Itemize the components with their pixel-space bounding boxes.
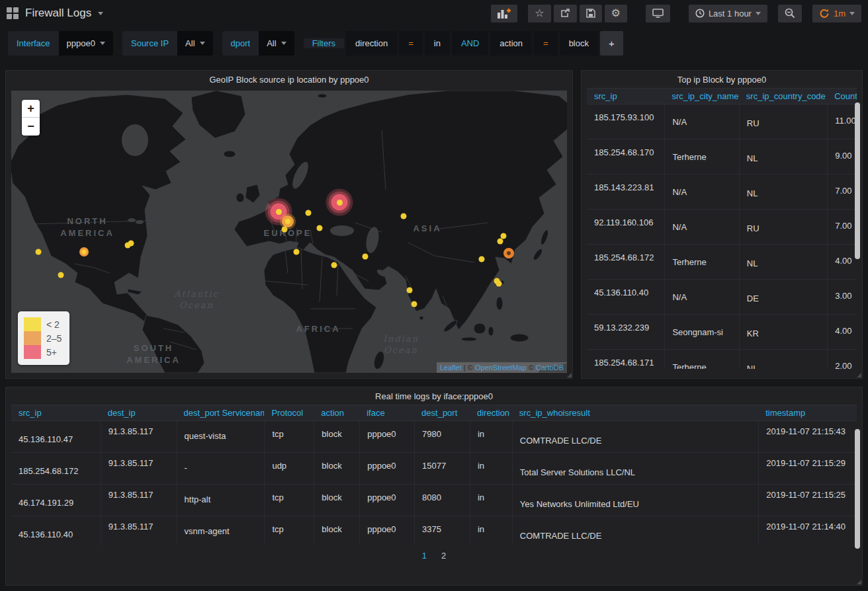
column-header[interactable]: src_ip_city_name	[664, 89, 738, 104]
map-marker-dot[interactable]	[317, 225, 323, 231]
scrollbar[interactable]	[855, 102, 860, 259]
map-marker-dot[interactable]	[363, 254, 369, 260]
filter-segment[interactable]: in	[425, 31, 450, 56]
table-row: 46.174.191.2991.3.85.117http-alttcpblock…	[11, 485, 857, 516]
table-cell: 185.254.68.172	[11, 453, 101, 484]
panel-title[interactable]: Top ip Block by pppoe0	[582, 71, 862, 88]
map-marker-dot[interactable]	[128, 241, 134, 247]
table-row: 45.136.110.40N/ADE3.00	[587, 280, 857, 315]
column-header[interactable]: dest_ip	[101, 405, 177, 420]
filter-segment[interactable]: direction	[346, 31, 397, 56]
map-marker-dot[interactable]	[479, 256, 485, 262]
column-header[interactable]: src_ip_whoisresult	[512, 405, 758, 420]
dashboard-title[interactable]: Firewall Logs	[25, 7, 91, 20]
map-marker-dot[interactable]	[58, 272, 64, 278]
panel-resize-handle[interactable]	[857, 580, 861, 584]
column-header[interactable]: src_ip	[587, 89, 664, 104]
table-cell: tcp	[264, 421, 314, 452]
column-header[interactable]: Count	[827, 89, 857, 104]
page-button[interactable]: 1	[422, 551, 427, 561]
settings-button[interactable]: ⚙	[605, 5, 627, 22]
map-marker-dot[interactable]	[496, 281, 502, 287]
map-attribution: Leaflet | © OpenStreetMap © CartoDB	[437, 362, 567, 373]
map-marker-dot[interactable]	[401, 214, 407, 219]
chevron-down-icon[interactable]	[98, 12, 103, 15]
save-button[interactable]	[580, 5, 602, 22]
time-range-label: Last 1 hour	[709, 9, 752, 19]
table-cell: NL	[739, 245, 827, 279]
cartodb-link[interactable]: CartoDB	[536, 364, 564, 372]
share-button[interactable]	[554, 5, 577, 22]
map-marker-dot[interactable]	[306, 210, 312, 216]
table-cell: udp	[264, 453, 314, 484]
time-range-picker[interactable]: Last 1 hour	[689, 5, 767, 22]
leaflet-link[interactable]: Leaflet	[440, 364, 462, 372]
add-filter-button[interactable]: +	[600, 31, 623, 56]
tv-mode-button[interactable]	[646, 5, 670, 22]
table-cell: 91.3.85.117	[101, 453, 177, 484]
panel-resize-handle[interactable]	[857, 373, 861, 377]
variable-dport: dport All	[222, 31, 294, 56]
filter-segment[interactable]: block	[560, 31, 598, 56]
map-marker-dot-orange[interactable]	[79, 247, 89, 256]
map-marker-dot[interactable]	[282, 227, 288, 233]
column-header[interactable]: timestamp	[758, 405, 857, 420]
openstreetmap-link[interactable]: OpenStreetMap	[475, 364, 527, 372]
add-panel-button[interactable]	[491, 5, 517, 22]
geoip-map-panel: GeoIP Block source ip location by pppoe0	[5, 70, 573, 379]
column-header[interactable]: dest_port Servicename	[177, 405, 265, 420]
table-cell: 45.136.110.40	[11, 516, 101, 545]
world-map[interactable]: NORTH AMERICAEUROPEASIAAFRICASOUTH AMERI…	[11, 91, 567, 373]
map-marker-dot[interactable]	[407, 288, 413, 294]
filters-label: Filters	[304, 38, 344, 48]
column-header[interactable]: Protocol	[264, 405, 314, 420]
table-row: 185.175.93.100N/ARU11.00	[587, 104, 857, 139]
panel-resize-handle[interactable]	[567, 373, 572, 377]
variable-source-ip: Source IP All	[122, 31, 213, 56]
filter-segment[interactable]: =	[534, 31, 558, 56]
top-ip-block-panel: Top ip Block by pppoe0 src_ipsrc_ip_city…	[581, 70, 863, 379]
column-header[interactable]: src_ip	[11, 405, 101, 420]
zoom-out-button[interactable]: −	[22, 118, 40, 136]
dashboard-grid-icon[interactable]	[7, 7, 19, 19]
map-marker-dot[interactable]	[294, 249, 300, 255]
panel-title[interactable]: Real time logs by iface:pppoe0	[6, 387, 862, 405]
map-marker-dot[interactable]	[412, 301, 417, 307]
table-cell: Total Server Solutions LLC/NL	[512, 453, 758, 484]
star-button[interactable]: ☆	[528, 5, 550, 22]
table-cell: 45.136.110.40	[587, 280, 664, 314]
refresh-interval-label[interactable]: 1m	[834, 9, 846, 19]
clock-icon	[695, 9, 705, 18]
refresh-button[interactable]: 1m	[812, 5, 861, 22]
adhoc-filters: Filters direction=inANDaction=block +	[304, 31, 623, 56]
table-cell: 185.175.93.100	[587, 104, 664, 139]
column-header[interactable]: src_ip_country_code	[739, 89, 827, 104]
filter-segment[interactable]: =	[399, 31, 423, 56]
panel-title[interactable]: GeoIP Block source ip location by pppoe0	[6, 71, 572, 88]
dport-select[interactable]: All	[259, 31, 294, 56]
table-cell: vsnm-agent	[177, 516, 265, 545]
column-header[interactable]: direction	[470, 405, 512, 420]
column-header[interactable]: iface	[359, 405, 414, 420]
source-ip-select[interactable]: All	[177, 31, 212, 56]
filter-segment[interactable]: action	[490, 31, 532, 56]
map-marker-dot[interactable]	[331, 262, 337, 268]
interface-select[interactable]: pppoe0	[59, 31, 113, 56]
page-button[interactable]: 2	[441, 551, 446, 561]
map-marker-cluster-red[interactable]	[331, 194, 348, 211]
zoom-out-button[interactable]	[778, 5, 802, 22]
filter-segment[interactable]: AND	[452, 31, 488, 56]
map-marker-dot[interactable]	[36, 249, 42, 255]
zoom-in-button[interactable]: +	[22, 100, 40, 118]
column-header[interactable]: action	[314, 405, 359, 420]
column-header[interactable]: dest_port	[414, 405, 470, 420]
map-marker-dot[interactable]	[498, 239, 503, 245]
chevron-down-icon[interactable]	[849, 12, 855, 15]
map-marker-cluster-orange[interactable]	[282, 216, 294, 227]
map-marker-dot[interactable]	[501, 233, 507, 239]
table-row: 59.13.232.239Seongnam-siKR4.00	[587, 315, 857, 350]
logs-table: src_ipdest_ipdest_port ServicenameProtoc…	[11, 405, 857, 545]
scrollbar[interactable]	[855, 429, 860, 549]
legend-swatch	[24, 317, 41, 331]
map-marker-ring-orange[interactable]	[503, 248, 514, 258]
